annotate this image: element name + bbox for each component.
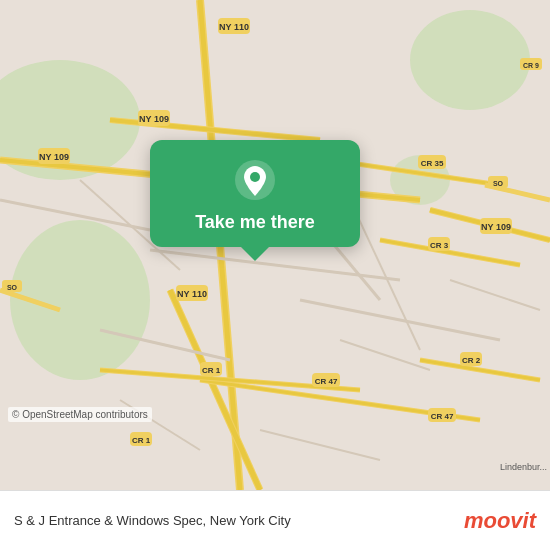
svg-text:SO: SO [493,180,504,187]
svg-text:CR 3: CR 3 [430,241,449,250]
take-me-there-label: Take me there [195,212,315,233]
map-view[interactable]: NY 110 NY 109 NY 109 NY 110 CR 35 CR 3 N… [0,0,550,490]
svg-text:CR 1: CR 1 [132,436,151,445]
svg-text:SO: SO [7,284,18,291]
svg-text:CR 47: CR 47 [315,377,338,386]
svg-point-70 [250,172,260,182]
svg-point-3 [410,10,530,110]
svg-text:CR 35: CR 35 [421,159,444,168]
location-label: S & J Entrance & Windows Spec, New York … [14,513,291,528]
svg-text:CR 1: CR 1 [202,366,221,375]
svg-text:CR 9: CR 9 [523,62,539,69]
svg-text:CR 47: CR 47 [431,412,454,421]
svg-text:NY 109: NY 109 [139,114,169,124]
map-attribution: © OpenStreetMap contributors [8,407,152,422]
svg-text:Lindenbur...: Lindenbur... [500,462,547,472]
location-pin-icon [233,158,277,202]
svg-text:NY 109: NY 109 [39,152,69,162]
take-me-there-popup[interactable]: Take me there [150,140,360,247]
bottom-bar: S & J Entrance & Windows Spec, New York … [0,490,550,550]
svg-text:NY 110: NY 110 [177,289,207,299]
svg-text:NY 110: NY 110 [219,22,249,32]
moovit-brand: moovit [464,508,536,534]
svg-text:NY 109: NY 109 [481,222,511,232]
svg-text:CR 2: CR 2 [462,356,481,365]
moovit-logo: moovit [464,508,536,534]
